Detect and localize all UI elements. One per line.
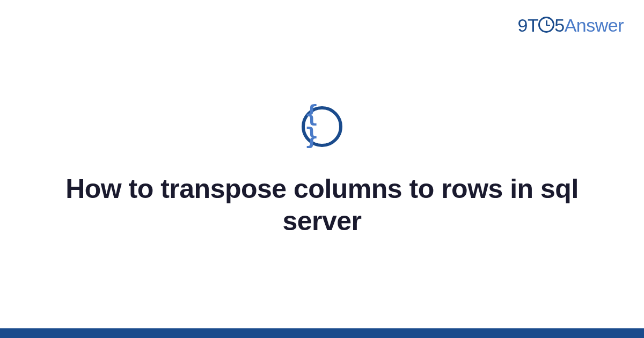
- page-title: How to transpose columns to rows in sql …: [54, 173, 590, 237]
- code-braces-icon: { }: [305, 103, 339, 148]
- category-icon-circle: { }: [302, 106, 342, 147]
- footer-accent-bar: [0, 328, 644, 338]
- main-content: { } How to transpose columns to rows in …: [0, 0, 644, 338]
